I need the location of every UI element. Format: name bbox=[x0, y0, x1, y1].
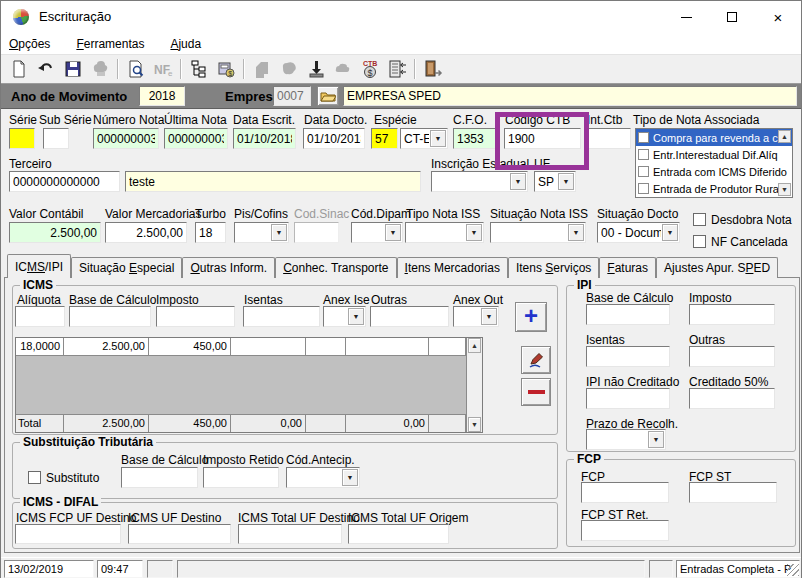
chevron-down-icon[interactable]: ▼ bbox=[271, 224, 287, 241]
empresa-name-field[interactable] bbox=[343, 86, 797, 106]
st-retido-field[interactable] bbox=[203, 467, 279, 488]
nf-cancelada-checkbox[interactable] bbox=[693, 235, 706, 248]
valor-mercadorias-field[interactable] bbox=[105, 222, 187, 243]
cod-dipam-combo[interactable]: ▼ bbox=[351, 222, 403, 243]
difal-total-orig-field[interactable] bbox=[348, 524, 449, 544]
empresa-code-field[interactable] bbox=[273, 86, 311, 106]
chevron-down-icon[interactable]: ▼ bbox=[342, 469, 358, 486]
aliquota-field[interactable] bbox=[15, 306, 65, 327]
post-icon[interactable]: $ bbox=[212, 57, 239, 81]
checkbox-icon[interactable] bbox=[638, 183, 649, 194]
int-ctb-field[interactable] bbox=[585, 128, 631, 149]
scroll-down-icon[interactable]: ▼ bbox=[778, 183, 791, 196]
table-row[interactable]: 18,0000 2.500,00 450,00 bbox=[16, 338, 466, 356]
numero-nota-field[interactable] bbox=[93, 128, 159, 149]
tab-conhec-transporte[interactable]: Conhec. Transporte bbox=[275, 257, 396, 278]
difal-uf-dest-field[interactable] bbox=[128, 524, 231, 544]
menu-ferramentas[interactable]: Ferramentas bbox=[76, 37, 144, 51]
uf-combo[interactable]: SP▼ bbox=[534, 171, 576, 192]
tipo-nota-iss-combo[interactable]: ▼ bbox=[405, 222, 484, 243]
st-base-field[interactable] bbox=[121, 467, 198, 488]
ipi-base-field[interactable] bbox=[586, 304, 670, 325]
ipi-imposto-field[interactable] bbox=[689, 304, 775, 325]
situacao-docto-combo[interactable]: 00 - Documen▼ bbox=[597, 222, 680, 243]
situacao-nota-iss-combo[interactable]: ▼ bbox=[490, 222, 586, 243]
checkbox-icon[interactable] bbox=[638, 149, 649, 160]
desdobra-nota-checkbox[interactable] bbox=[693, 213, 706, 226]
checkbox-icon[interactable] bbox=[638, 132, 649, 143]
tab-faturas[interactable]: Faturas bbox=[599, 257, 656, 278]
fcp-st-field[interactable] bbox=[689, 482, 777, 503]
serie-field[interactable] bbox=[9, 128, 35, 149]
anex-out-combo[interactable]: ▼ bbox=[453, 306, 499, 327]
ledger-icon[interactable] bbox=[383, 57, 410, 81]
maximize-button[interactable] bbox=[709, 1, 755, 33]
fcp-field[interactable] bbox=[581, 482, 669, 503]
chevron-down-icon[interactable]: ▼ bbox=[558, 173, 574, 190]
undo-icon[interactable] bbox=[32, 57, 59, 81]
ipi-isentas-field[interactable] bbox=[586, 346, 670, 367]
checkbox-icon[interactable] bbox=[638, 166, 649, 177]
delete-row-button[interactable] bbox=[521, 378, 551, 406]
scroll-up-icon[interactable]: ▲ bbox=[778, 130, 791, 143]
especie-code-field[interactable] bbox=[371, 128, 398, 149]
menu-ajuda[interactable]: Ajuda bbox=[170, 37, 201, 51]
inscricao-estadual-combo[interactable]: ▼ bbox=[431, 171, 528, 192]
list-item[interactable]: Entr.Interestadual Dif.Alíq bbox=[636, 146, 792, 163]
substituto-checkbox[interactable] bbox=[28, 471, 41, 484]
tab-itens-servicos[interactable]: Itens Serviços bbox=[508, 257, 599, 278]
st-antecip-combo[interactable]: ▼ bbox=[286, 467, 360, 488]
edit-row-button[interactable] bbox=[521, 346, 551, 374]
open-empresa-button[interactable] bbox=[317, 86, 339, 106]
list-item[interactable]: Compra para revenda a co bbox=[636, 129, 792, 146]
difal-total-dest-field[interactable] bbox=[238, 524, 342, 544]
valor-contabil-field[interactable] bbox=[9, 222, 101, 243]
save-icon[interactable] bbox=[59, 57, 86, 81]
ultima-nota-field[interactable] bbox=[164, 128, 228, 149]
tab-outras-inform[interactable]: Outras Inform. bbox=[182, 257, 275, 278]
ano-movimento-field[interactable] bbox=[139, 86, 185, 106]
chevron-down-icon[interactable]: ▼ bbox=[348, 308, 364, 325]
data-escrit-field[interactable] bbox=[233, 128, 296, 149]
tree-view-icon[interactable] bbox=[185, 57, 212, 81]
ipi-nao-creditado-field[interactable] bbox=[586, 388, 670, 409]
icms-isentas-field[interactable] bbox=[243, 306, 320, 327]
exit-icon[interactable] bbox=[419, 57, 446, 81]
terceiro-codigo-field[interactable] bbox=[9, 171, 120, 192]
chevron-down-icon[interactable]: ▼ bbox=[568, 224, 584, 241]
ipi-outras-field[interactable] bbox=[689, 346, 775, 367]
preview-icon[interactable] bbox=[122, 57, 149, 81]
turbo-field[interactable] bbox=[195, 222, 226, 243]
codigo-ctb-field[interactable] bbox=[504, 128, 581, 149]
resize-grip[interactable] bbox=[787, 564, 799, 576]
table-scrollbar[interactable]: ▲ ▼ bbox=[466, 338, 482, 432]
subserie-field[interactable] bbox=[43, 128, 69, 149]
chevron-down-icon[interactable]: ▼ bbox=[662, 224, 678, 241]
anex-ise-combo[interactable]: ▼ bbox=[323, 306, 366, 327]
menu-opcoes[interactable]: Opções bbox=[9, 37, 50, 51]
close-button[interactable]: × bbox=[755, 1, 801, 33]
terceiro-nome-field[interactable] bbox=[125, 171, 421, 192]
ctb-icon[interactable]: CTB$ bbox=[356, 57, 383, 81]
difal-fcp-dest-field[interactable] bbox=[15, 524, 121, 544]
download-icon[interactable] bbox=[302, 57, 329, 81]
list-item[interactable]: Entrada de Produtor Rural bbox=[636, 180, 792, 197]
chevron-down-icon[interactable]: ▼ bbox=[648, 431, 664, 448]
new-document-icon[interactable] bbox=[5, 57, 32, 81]
cfo-field[interactable] bbox=[453, 128, 498, 149]
tab-itens-mercadorias[interactable]: Itens Mercadorias bbox=[397, 257, 508, 278]
chevron-down-icon[interactable]: ▼ bbox=[510, 173, 526, 190]
add-row-button[interactable]: + bbox=[515, 302, 547, 332]
tab-icms-ipi[interactable]: ICMS/IPI bbox=[7, 254, 71, 278]
icms-outras-field[interactable] bbox=[370, 306, 449, 327]
chevron-down-icon[interactable]: ▼ bbox=[466, 224, 482, 241]
fcp-st-ret-field[interactable] bbox=[581, 520, 669, 541]
creditado-50-field[interactable] bbox=[689, 388, 775, 409]
chevron-down-icon[interactable]: ▼ bbox=[385, 224, 401, 241]
tab-situacao-especial[interactable]: Situação Especial bbox=[71, 257, 182, 278]
icms-base-field[interactable] bbox=[69, 306, 151, 327]
pis-cofins-combo[interactable]: ▼ bbox=[234, 222, 289, 243]
minimize-button[interactable] bbox=[663, 1, 709, 33]
data-docto-field[interactable] bbox=[303, 128, 365, 149]
prazo-recolh-combo[interactable]: ▼ bbox=[586, 429, 666, 450]
